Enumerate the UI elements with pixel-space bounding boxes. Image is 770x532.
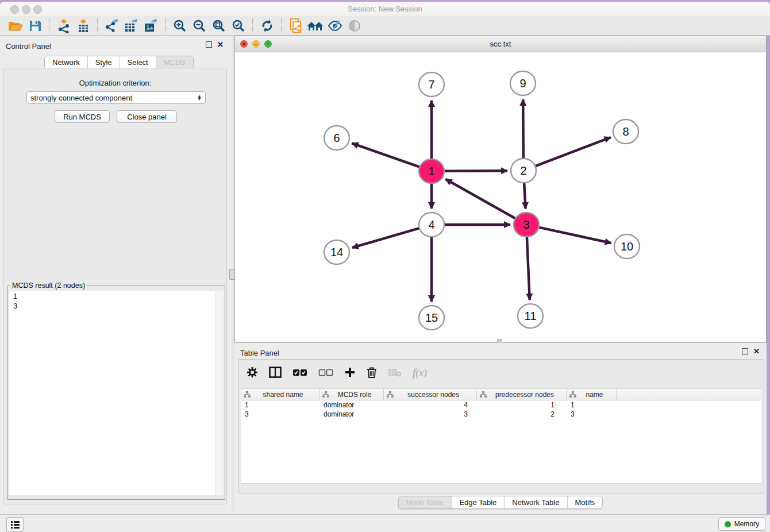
network-graph[interactable]: 7968124314101511 [235,52,766,342]
graph-node-14[interactable]: 14 [324,240,349,264]
table-options-icon[interactable] [247,367,258,380]
cell-successor-nodes[interactable]: 3 [384,410,477,418]
main-minimize-button[interactable] [22,5,30,14]
graph-node-label: 11 [525,310,537,322]
select-stepper-icon: ▲▼ [197,95,202,101]
function-builder-icon[interactable]: f(x) [413,367,427,379]
main-titlebar: Session: New Session [0,2,770,16]
network-minimize-button[interactable]: − [252,40,260,48]
export-image-icon[interactable] [141,17,161,34]
network-overview-icon[interactable] [306,17,325,34]
mcds-result-scrollbar[interactable] [215,291,224,495]
column-header-MCDS-role[interactable]: MCDS role [319,389,384,400]
column-header-successor-nodes[interactable]: successor nodes [384,389,477,400]
table-panel-tabs: Node TableEdge TableNetwork TableMotifs [398,496,603,509]
delete-row-icon[interactable] [367,367,377,380]
select-all-icon[interactable] [292,368,307,379]
cell-name[interactable]: 3 [567,410,617,418]
table-row[interactable]: 1dominator411 [241,400,761,410]
column-header-shared-name[interactable]: shared name [241,389,319,400]
tab-edge-table[interactable]: Edge Table [451,496,504,508]
deselect-all-icon[interactable] [318,368,333,379]
tab-network[interactable]: Network [45,56,87,68]
import-network-icon[interactable] [54,17,74,34]
graph-node-6[interactable]: 6 [324,126,349,150]
network-window-titlebar[interactable]: ✕ − + scc.txt [235,36,766,52]
graph-edge-1-6[interactable] [352,143,419,167]
table-panel-float-icon[interactable] [742,348,748,354]
main-close-button[interactable] [10,5,19,14]
graph-node-9[interactable]: 9 [510,71,536,95]
table-row[interactable]: 3dominator323 [241,410,761,419]
control-panel-float-icon[interactable] [206,41,212,48]
node-table-rows: 1dominator4113dominator323 [241,400,761,419]
add-row-icon[interactable] [344,367,356,380]
cell-name[interactable]: 1 [567,401,617,409]
tab-network-table[interactable]: Network Table [504,496,567,508]
graph-node-7[interactable]: 7 [419,72,444,97]
cell-shared-name[interactable]: 1 [241,401,319,409]
column-hierarchy-icon [569,391,576,398]
delete-table-icon[interactable] [388,368,402,379]
cell-predecessor-nodes[interactable]: 2 [477,410,567,418]
tab-motifs[interactable]: Motifs [567,496,602,508]
criterion-select[interactable]: strongly connected component ▲▼ [26,91,206,104]
export-table-icon[interactable] [122,17,141,34]
graph-node-8[interactable]: 8 [613,119,638,144]
close-panel-button[interactable]: Close panel [117,110,177,123]
save-session-icon[interactable] [25,17,45,34]
column-hierarchy-icon [480,391,487,398]
column-header-predecessor-nodes[interactable]: predecessor nodes [477,389,567,400]
main-zoom-button[interactable] [33,5,42,14]
optimization-criterion-label: Optimization criterion: [4,79,226,87]
apply-layout-icon[interactable] [257,17,277,34]
hide-selected-eye-icon[interactable] [325,17,345,34]
column-header-name[interactable]: name [567,389,617,400]
graph-edge-2-8[interactable] [536,137,611,166]
graph-edge-3-11[interactable] [527,237,530,300]
tab-mcds[interactable]: MCDS [156,56,193,68]
graph-node-label: 10 [621,240,633,253]
zoom-fit-icon[interactable] [209,17,229,34]
cell-shared-name[interactable]: 3 [241,410,319,418]
show-hidden-eye-icon[interactable] [345,17,364,34]
graph-node-1[interactable]: 1 [419,159,444,183]
run-mcds-button[interactable]: Run MCDS [55,110,110,123]
graph-node-15[interactable]: 15 [419,306,444,330]
graph-edge-2-3[interactable] [524,183,525,209]
duplicate-network-icon[interactable] [286,17,306,34]
cell-MCDS-role[interactable]: dominator [319,410,384,418]
network-zoom-button[interactable]: + [264,40,272,48]
tab-style[interactable]: Style [87,56,120,68]
zoom-out-icon[interactable] [190,17,209,34]
graph-edge-1-2[interactable] [444,171,507,171]
network-view-window: ✕ − + scc.txt 7968124314101511 [234,36,767,343]
cell-MCDS-role[interactable]: dominator [319,401,384,409]
show-column-icon[interactable] [269,367,282,380]
graph-node-2[interactable]: 2 [511,159,536,183]
task-history-button[interactable] [6,517,24,532]
mcds-result-text[interactable]: 13 [9,291,224,495]
criterion-value: strongly connected component [30,94,132,102]
graph-edge-4-14[interactable] [352,228,419,248]
zoom-selected-icon[interactable] [229,17,248,34]
graph-node-3[interactable]: 3 [514,213,539,237]
graph-node-4[interactable]: 4 [419,213,444,237]
control-panel-close-icon[interactable]: ✕ [217,42,224,48]
cell-predecessor-nodes[interactable]: 1 [477,401,567,409]
graph-node-10[interactable]: 10 [614,234,640,259]
graph-node-11[interactable]: 11 [518,304,543,328]
tab-select[interactable]: Select [120,56,156,68]
tab-node-table[interactable]: Node Table [399,496,452,508]
zoom-in-icon[interactable] [170,17,190,34]
import-table-icon[interactable] [74,17,93,34]
open-session-icon[interactable] [6,17,25,34]
export-network-icon[interactable] [102,17,122,34]
table-panel-close-icon[interactable]: ✕ [753,349,760,354]
graph-edge-2-9[interactable] [523,99,523,158]
graph-edge-3-1[interactable] [445,179,515,218]
network-close-button[interactable]: ✕ [240,40,248,48]
cell-successor-nodes[interactable]: 4 [384,401,477,409]
graph-edge-3-10[interactable] [538,228,611,243]
memory-button[interactable]: Memory [718,517,765,531]
